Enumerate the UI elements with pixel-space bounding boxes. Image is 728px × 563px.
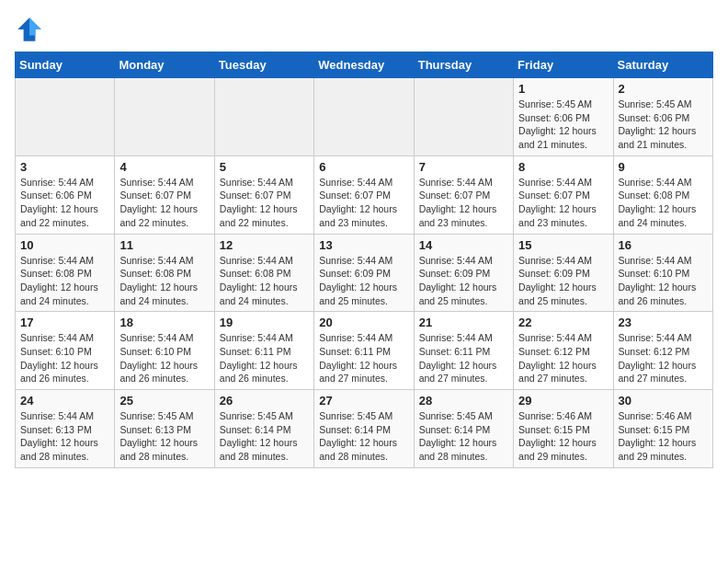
calendar-cell: 18Sunrise: 5:44 AM Sunset: 6:10 PM Dayli… xyxy=(115,312,214,390)
calendar-cell: 21Sunrise: 5:44 AM Sunset: 6:11 PM Dayli… xyxy=(414,312,513,390)
calendar-cell: 20Sunrise: 5:44 AM Sunset: 6:11 PM Dayli… xyxy=(314,312,414,390)
calendar-cell: 3Sunrise: 5:44 AM Sunset: 6:06 PM Daylig… xyxy=(16,155,115,234)
logo xyxy=(15,15,48,44)
svg-marker-1 xyxy=(29,17,41,35)
weekday-header-tuesday: Tuesday xyxy=(214,52,313,78)
day-number: 16 xyxy=(619,238,708,252)
day-info: Sunrise: 5:44 AM Sunset: 6:12 PM Dayligh… xyxy=(619,331,708,385)
day-number: 5 xyxy=(220,160,309,174)
day-info: Sunrise: 5:44 AM Sunset: 6:10 PM Dayligh… xyxy=(119,331,209,385)
calendar-week-2: 10Sunrise: 5:44 AM Sunset: 6:08 PM Dayli… xyxy=(16,234,713,312)
day-number: 1 xyxy=(518,82,608,96)
day-info: Sunrise: 5:44 AM Sunset: 6:11 PM Dayligh… xyxy=(319,331,408,385)
weekday-header-sunday: Sunday xyxy=(16,52,115,78)
calendar-cell: 28Sunrise: 5:45 AM Sunset: 6:14 PM Dayli… xyxy=(414,390,513,468)
day-number: 27 xyxy=(319,394,408,408)
day-info: Sunrise: 5:46 AM Sunset: 6:15 PM Dayligh… xyxy=(619,409,708,464)
weekday-header-friday: Friday xyxy=(514,52,613,78)
calendar-body: 1Sunrise: 5:45 AM Sunset: 6:06 PM Daylig… xyxy=(16,78,713,468)
calendar-cell: 11Sunrise: 5:44 AM Sunset: 6:08 PM Dayli… xyxy=(115,234,214,312)
day-number: 25 xyxy=(119,394,209,408)
day-info: Sunrise: 5:44 AM Sunset: 6:08 PM Dayligh… xyxy=(119,254,209,308)
day-number: 8 xyxy=(518,160,608,174)
weekday-header-wednesday: Wednesday xyxy=(314,52,414,78)
day-number: 17 xyxy=(20,316,109,329)
day-info: Sunrise: 5:44 AM Sunset: 6:10 PM Dayligh… xyxy=(619,254,708,308)
page-header xyxy=(15,15,713,44)
day-number: 10 xyxy=(20,238,109,252)
calendar-header: SundayMondayTuesdayWednesdayThursdayFrid… xyxy=(16,52,713,78)
calendar-cell: 9Sunrise: 5:44 AM Sunset: 6:08 PM Daylig… xyxy=(613,155,712,234)
day-number: 20 xyxy=(319,316,408,329)
calendar-cell: 2Sunrise: 5:45 AM Sunset: 6:06 PM Daylig… xyxy=(613,78,712,156)
calendar-cell: 15Sunrise: 5:44 AM Sunset: 6:09 PM Dayli… xyxy=(514,234,613,312)
day-number: 6 xyxy=(319,160,408,174)
calendar-cell: 27Sunrise: 5:45 AM Sunset: 6:14 PM Dayli… xyxy=(314,390,414,468)
day-info: Sunrise: 5:45 AM Sunset: 6:06 PM Dayligh… xyxy=(619,98,708,152)
day-info: Sunrise: 5:44 AM Sunset: 6:11 PM Dayligh… xyxy=(419,331,508,385)
day-info: Sunrise: 5:44 AM Sunset: 6:08 PM Dayligh… xyxy=(20,254,109,308)
calendar-cell xyxy=(414,78,513,156)
calendar-cell: 13Sunrise: 5:44 AM Sunset: 6:09 PM Dayli… xyxy=(314,234,414,312)
calendar-week-3: 17Sunrise: 5:44 AM Sunset: 6:10 PM Dayli… xyxy=(16,312,713,390)
day-number: 24 xyxy=(20,394,109,408)
calendar-cell: 16Sunrise: 5:44 AM Sunset: 6:10 PM Dayli… xyxy=(613,234,712,312)
day-info: Sunrise: 5:46 AM Sunset: 6:15 PM Dayligh… xyxy=(518,409,608,464)
calendar-cell: 26Sunrise: 5:45 AM Sunset: 6:14 PM Dayli… xyxy=(214,390,313,468)
day-number: 18 xyxy=(119,316,209,329)
day-info: Sunrise: 5:44 AM Sunset: 6:08 PM Dayligh… xyxy=(220,254,309,308)
calendar-week-4: 24Sunrise: 5:44 AM Sunset: 6:13 PM Dayli… xyxy=(16,390,713,468)
weekday-header-saturday: Saturday xyxy=(613,52,712,78)
calendar-cell xyxy=(314,78,414,156)
day-info: Sunrise: 5:45 AM Sunset: 6:14 PM Dayligh… xyxy=(419,409,508,464)
calendar-cell: 6Sunrise: 5:44 AM Sunset: 6:07 PM Daylig… xyxy=(314,155,414,234)
weekday-header-thursday: Thursday xyxy=(414,52,513,78)
day-number: 26 xyxy=(220,394,309,408)
calendar-cell: 30Sunrise: 5:46 AM Sunset: 6:15 PM Dayli… xyxy=(613,390,712,468)
day-number: 28 xyxy=(419,394,508,408)
calendar-cell: 25Sunrise: 5:45 AM Sunset: 6:13 PM Dayli… xyxy=(115,390,214,468)
calendar-cell: 24Sunrise: 5:44 AM Sunset: 6:13 PM Dayli… xyxy=(16,390,115,468)
calendar-cell: 5Sunrise: 5:44 AM Sunset: 6:07 PM Daylig… xyxy=(214,155,313,234)
day-number: 2 xyxy=(619,82,708,96)
day-info: Sunrise: 5:45 AM Sunset: 6:13 PM Dayligh… xyxy=(119,409,209,464)
day-number: 13 xyxy=(319,238,408,252)
day-number: 3 xyxy=(20,160,109,174)
calendar-cell: 1Sunrise: 5:45 AM Sunset: 6:06 PM Daylig… xyxy=(514,78,613,156)
day-info: Sunrise: 5:44 AM Sunset: 6:07 PM Dayligh… xyxy=(518,176,608,230)
day-number: 19 xyxy=(220,316,309,329)
day-number: 4 xyxy=(119,160,209,174)
weekday-header-row: SundayMondayTuesdayWednesdayThursdayFrid… xyxy=(16,52,713,78)
calendar-cell xyxy=(16,78,115,156)
calendar-cell: 14Sunrise: 5:44 AM Sunset: 6:09 PM Dayli… xyxy=(414,234,513,312)
day-info: Sunrise: 5:45 AM Sunset: 6:14 PM Dayligh… xyxy=(319,409,408,464)
day-number: 22 xyxy=(518,316,608,329)
day-number: 9 xyxy=(619,160,708,174)
day-info: Sunrise: 5:44 AM Sunset: 6:06 PM Dayligh… xyxy=(20,176,109,230)
calendar-cell: 8Sunrise: 5:44 AM Sunset: 6:07 PM Daylig… xyxy=(514,155,613,234)
day-number: 21 xyxy=(419,316,508,329)
day-info: Sunrise: 5:45 AM Sunset: 6:06 PM Dayligh… xyxy=(518,98,608,152)
calendar-cell: 29Sunrise: 5:46 AM Sunset: 6:15 PM Dayli… xyxy=(514,390,613,468)
day-info: Sunrise: 5:44 AM Sunset: 6:12 PM Dayligh… xyxy=(518,331,608,385)
day-info: Sunrise: 5:44 AM Sunset: 6:09 PM Dayligh… xyxy=(518,254,608,308)
day-number: 30 xyxy=(619,394,708,408)
day-info: Sunrise: 5:44 AM Sunset: 6:11 PM Dayligh… xyxy=(220,331,309,385)
day-info: Sunrise: 5:44 AM Sunset: 6:10 PM Dayligh… xyxy=(20,331,109,385)
day-number: 7 xyxy=(419,160,508,174)
weekday-header-monday: Monday xyxy=(115,52,214,78)
day-info: Sunrise: 5:44 AM Sunset: 6:08 PM Dayligh… xyxy=(619,176,708,230)
calendar-cell: 22Sunrise: 5:44 AM Sunset: 6:12 PM Dayli… xyxy=(514,312,613,390)
day-number: 12 xyxy=(220,238,309,252)
day-info: Sunrise: 5:44 AM Sunset: 6:09 PM Dayligh… xyxy=(419,254,508,308)
calendar-week-1: 3Sunrise: 5:44 AM Sunset: 6:06 PM Daylig… xyxy=(16,155,713,234)
calendar-cell: 10Sunrise: 5:44 AM Sunset: 6:08 PM Dayli… xyxy=(16,234,115,312)
calendar-cell: 7Sunrise: 5:44 AM Sunset: 6:07 PM Daylig… xyxy=(414,155,513,234)
calendar-cell: 17Sunrise: 5:44 AM Sunset: 6:10 PM Dayli… xyxy=(16,312,115,390)
day-info: Sunrise: 5:44 AM Sunset: 6:07 PM Dayligh… xyxy=(419,176,508,230)
calendar-cell: 4Sunrise: 5:44 AM Sunset: 6:07 PM Daylig… xyxy=(115,155,214,234)
day-number: 11 xyxy=(119,238,209,252)
calendar-cell: 19Sunrise: 5:44 AM Sunset: 6:11 PM Dayli… xyxy=(214,312,313,390)
day-number: 14 xyxy=(419,238,508,252)
day-info: Sunrise: 5:44 AM Sunset: 6:07 PM Dayligh… xyxy=(220,176,309,230)
